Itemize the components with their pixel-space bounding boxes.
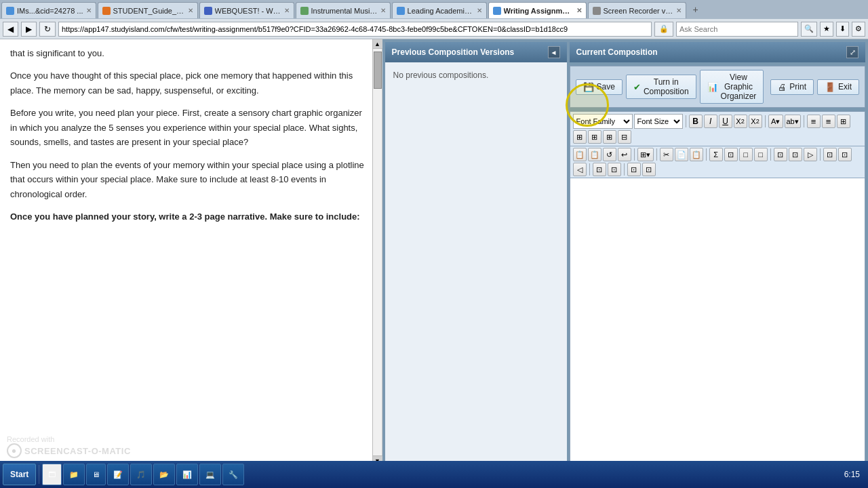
turn-in-button[interactable]: ✔ Turn in Composition (626, 75, 696, 99)
insert-image-button[interactable]: 📄 (675, 148, 688, 161)
align-left-button[interactable]: ⊞ (588, 130, 601, 144)
address-input[interactable] (58, 22, 652, 37)
table2-button[interactable]: □ (739, 148, 753, 161)
subscript-button[interactable]: X2 (749, 115, 762, 128)
search-input[interactable] (676, 22, 798, 37)
bold-button[interactable]: B (689, 115, 703, 128)
fullscreen-button[interactable]: ⊡ (627, 163, 641, 176)
favorites-button[interactable]: ★ (820, 22, 833, 37)
tab-writing-assignment[interactable]: Writing Assignment ✕ (488, 2, 587, 18)
tab-close-6[interactable]: ✕ (576, 7, 582, 14)
scroll-arrow-up[interactable]: ▲ (373, 39, 382, 49)
taskbar-btn-settings[interactable]: 🔧 (222, 464, 244, 485)
formula-button[interactable]: Σ (709, 148, 723, 161)
forward-button[interactable]: ▶ (21, 22, 37, 37)
previous-panel-toggle[interactable]: ◄ (548, 46, 560, 58)
align-center-button[interactable]: ⊞ (603, 130, 616, 144)
previous-composition-panel: Previous Composition Versions ◄ No previ… (385, 42, 567, 462)
cut-button[interactable]: ✂ (660, 148, 673, 161)
grid-button1[interactable]: ⊡ (823, 148, 837, 161)
previous-panel-body: No previous compositions. (385, 62, 567, 462)
taskbar-btn-music[interactable]: 🎵 (130, 464, 152, 485)
font-color-button[interactable]: A▾ (768, 115, 783, 128)
copy-button[interactable]: 📋 (588, 148, 601, 161)
tab-student-guide[interactable]: STUDENT_Guide_-91702230... ✕ (98, 2, 198, 18)
undo-button[interactable]: ↩ (618, 148, 631, 161)
tab-close-7[interactable]: ✕ (676, 7, 682, 14)
refresh-button[interactable]: ↻ (39, 22, 56, 37)
scroll-thumb[interactable] (374, 52, 382, 89)
taskbar-btn-notepad[interactable]: 📝 (107, 464, 129, 485)
tab-close-4[interactable]: ✕ (380, 7, 386, 14)
indent-button[interactable]: ⊞ (573, 130, 587, 144)
editor-body[interactable] (570, 178, 865, 462)
vertical-scrollbar[interactable]: ▲ ▼ (372, 39, 382, 465)
grid-button2[interactable]: ⊡ (838, 148, 852, 161)
table-button[interactable]: ⊡ (724, 148, 738, 161)
save-button[interactable]: 💾 Save (576, 79, 623, 95)
align-right-button[interactable]: ⊟ (618, 130, 631, 144)
table3-button[interactable]: □ (754, 148, 768, 161)
print-button[interactable]: 🖨 Print (770, 79, 814, 95)
paste-button[interactable]: 📋 (573, 148, 587, 161)
exit-label: Exit (838, 82, 852, 92)
tab-img-lms[interactable]: IMs...&cid=24278 ... ✕ (1, 2, 96, 18)
tab-close-1[interactable]: ✕ (86, 7, 92, 14)
taskbar-btn-files[interactable]: 📂 (153, 464, 175, 485)
view-graphic-organizer-button[interactable]: 📊 View Graphic Organizer (700, 70, 764, 104)
tab-screen-recorder[interactable]: Screen Recorder v2.0 (.… ✕ (588, 2, 686, 18)
insert-link-button[interactable]: 📋 (690, 148, 703, 161)
start-button[interactable]: Start (3, 464, 36, 485)
toolbar2-sep-4 (770, 148, 771, 161)
insert-dropdown-button[interactable]: ⊞▾ (637, 148, 654, 161)
italic-button[interactable]: I (704, 115, 717, 128)
cell-button1[interactable]: ⊡ (774, 148, 787, 161)
tab-close-3[interactable]: ✕ (284, 7, 290, 14)
taskbar-btn-excel[interactable]: 📊 (176, 464, 198, 485)
expand-button[interactable]: ⤢ (846, 46, 859, 58)
taskbar-btn-folder[interactable]: 📁 (63, 464, 85, 485)
outdent-button[interactable]: ⊞ (837, 115, 850, 128)
lock-button[interactable]: 🔒 (654, 22, 673, 37)
tab-close-5[interactable]: ✕ (477, 7, 482, 14)
taskbar-btn-browser[interactable]: 💻 (199, 464, 221, 485)
special-button[interactable]: ↺ (603, 148, 616, 161)
prompt-para-3: Before you write, you need plan your pie… (10, 106, 368, 149)
tab-label-3: WEBQUEST! - Webque... (215, 7, 281, 15)
arrow-left-button[interactable]: ◁ (573, 163, 587, 176)
split-button[interactable]: ⊡ (608, 163, 621, 176)
taskbar-btn-computer[interactable]: 🖥 (86, 464, 106, 485)
tab-label-1: IMs...&cid=24278 ... (17, 7, 83, 15)
graphic-organizer-icon: 📊 (707, 82, 718, 92)
address-bar-row: ◀ ▶ ↻ 🔒 🔍 ★ ⬇ ⚙ (0, 19, 868, 39)
clock: 6:15 (839, 470, 865, 479)
download-button[interactable]: ⬇ (836, 22, 849, 37)
font-size-select[interactable]: Font Size (634, 114, 683, 129)
superscript-button[interactable]: X2 (734, 115, 747, 128)
tab-leading-academic[interactable]: Leading Academic Pr... ✕ (392, 2, 487, 18)
settings-button[interactable]: ⚙ (852, 22, 865, 37)
tab-music[interactable]: Instrumental Music1 - AR... ✕ (296, 2, 391, 18)
cell-button2[interactable]: ⊡ (789, 148, 802, 161)
save-icon: 💾 (583, 82, 594, 92)
underline-button[interactable]: U (719, 115, 732, 128)
print-label: Print (789, 82, 806, 92)
save-label: Save (597, 82, 615, 92)
more-options-button[interactable]: ⊡ (642, 163, 656, 176)
unordered-list-button[interactable]: ≡ (807, 115, 821, 128)
ordered-list-button[interactable]: ≡ (822, 115, 835, 128)
highlight-button[interactable]: ab▾ (785, 115, 801, 128)
new-tab-button[interactable]: + (688, 2, 704, 17)
taskbar-btn-explorer[interactable]: 🗔 (42, 464, 62, 485)
back-button[interactable]: ◀ (3, 22, 18, 37)
font-family-select[interactable]: Font Family (573, 114, 633, 129)
rich-text-editor: Font Family Font Size B I U X2 X2 A▾ (570, 111, 865, 462)
tab-label-2: STUDENT_Guide_-91702230... (113, 7, 185, 15)
arrow-right-button[interactable]: ▷ (804, 148, 817, 161)
search-button[interactable]: 🔍 (801, 22, 817, 37)
merge-button[interactable]: ⊡ (593, 163, 606, 176)
exit-button[interactable]: 🚪 Exit (817, 79, 859, 95)
tab-label-7: Screen Recorder v2.0 (.… (604, 7, 673, 15)
tab-close-2[interactable]: ✕ (188, 7, 193, 14)
tab-webquest[interactable]: WEBQUEST! - Webque... ✕ (199, 2, 294, 18)
